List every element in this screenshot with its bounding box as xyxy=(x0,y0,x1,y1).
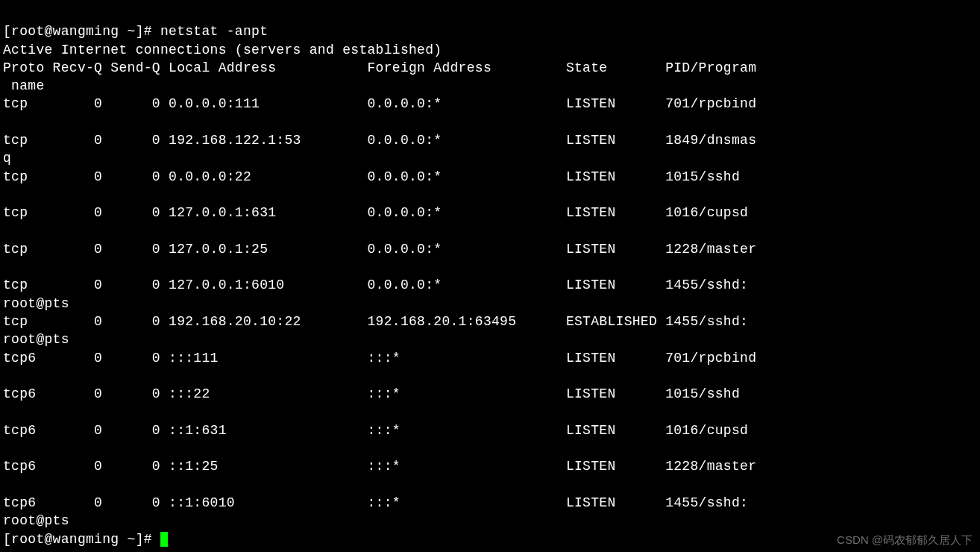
terminal-output: [root@wangming ~]# netstat -anpt Active … xyxy=(3,4,977,548)
table-row: tcp6 0 0 ::1:25 :::* LISTEN 1228/master xyxy=(3,459,756,474)
table-row: tcp 0 0 0.0.0.0:111 0.0.0.0:* LISTEN 701… xyxy=(3,96,756,111)
table-row: tcp 0 0 0.0.0.0:22 0.0.0.0:* LISTEN 1015… xyxy=(3,169,740,184)
prompt: [root@wangming ~]# xyxy=(3,24,160,39)
table-row: tcp6 0 0 :::111 :::* LISTEN 701/rpcbind xyxy=(3,351,756,366)
prompt: [root@wangming ~]# xyxy=(3,532,160,547)
table-row: tcp 0 0 192.168.20.10:22 192.168.20.1:63… xyxy=(3,314,748,347)
prompt-line-2[interactable]: [root@wangming ~]# xyxy=(3,532,168,547)
table-row: tcp 0 0 127.0.0.1:6010 0.0.0.0:* LISTEN … xyxy=(3,277,748,310)
table-row: tcp 0 0 192.168.122.1:53 0.0.0.0:* LISTE… xyxy=(3,133,756,166)
prompt-line-1: [root@wangming ~]# netstat -anpt xyxy=(3,24,268,39)
command-text: netstat -anpt xyxy=(160,24,268,39)
cursor-icon xyxy=(160,532,168,547)
column-headers: Proto Recv-Q Send-Q Local Address Foreig… xyxy=(3,60,756,93)
watermark-text: CSDN @码农郁郁久居人下 xyxy=(837,533,973,548)
table-row: tcp 0 0 127.0.0.1:25 0.0.0.0:* LISTEN 12… xyxy=(3,242,756,257)
table-row: tcp 0 0 127.0.0.1:631 0.0.0.0:* LISTEN 1… xyxy=(3,205,748,220)
table-row: tcp6 0 0 ::1:631 :::* LISTEN 1016/cupsd xyxy=(3,423,748,438)
table-row: tcp6 0 0 ::1:6010 :::* LISTEN 1455/sshd:… xyxy=(3,495,748,528)
output-header: Active Internet connections (servers and… xyxy=(3,43,442,57)
table-row: tcp6 0 0 :::22 :::* LISTEN 1015/sshd xyxy=(3,386,740,401)
